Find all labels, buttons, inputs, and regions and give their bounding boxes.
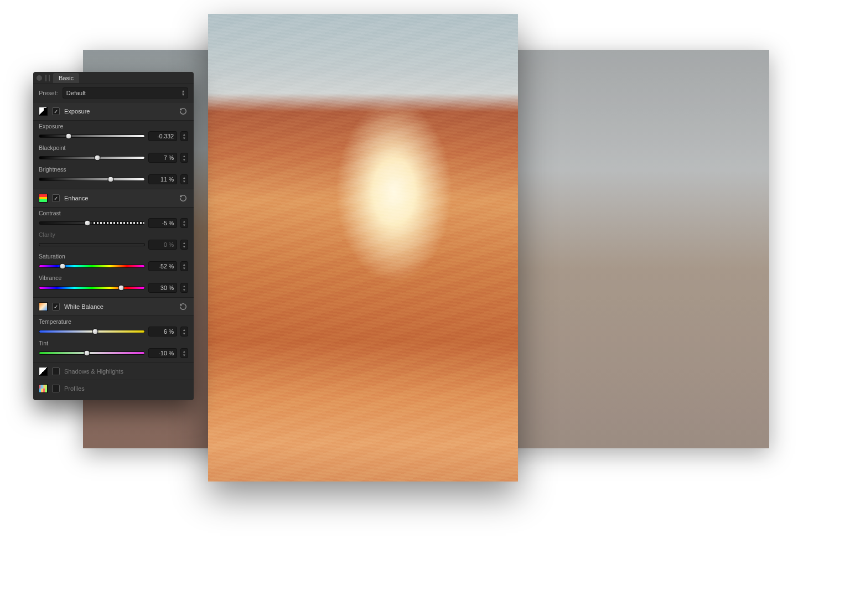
contrast-value[interactable]: -5 % xyxy=(148,218,177,228)
temperature-slider[interactable] xyxy=(39,330,145,333)
shadows-highlights-title: Shadows & Highlights xyxy=(64,368,188,375)
brightness-value[interactable]: 11 % xyxy=(148,174,177,184)
saturation-value[interactable]: -52 % xyxy=(148,261,177,271)
section-shadows-highlights-header[interactable]: Shadows & Highlights xyxy=(33,363,194,380)
tint-slider[interactable] xyxy=(39,351,145,355)
exposure-param-label: Exposure xyxy=(39,123,188,130)
brightness-stepper[interactable] xyxy=(180,174,188,184)
adjustments-panel: Basic Preset: Default Exposure Exposure … xyxy=(33,72,194,400)
temperature-stepper[interactable] xyxy=(180,327,188,337)
blackpoint-slider[interactable] xyxy=(39,156,145,159)
brightness-slider[interactable] xyxy=(39,178,145,181)
white-balance-icon xyxy=(39,302,48,311)
saturation-param-label: Saturation xyxy=(39,253,188,260)
panel-header[interactable]: Basic xyxy=(33,72,194,84)
tab-basic[interactable]: Basic xyxy=(53,73,79,83)
vibrance-param-label: Vibrance xyxy=(39,275,188,281)
preset-value: Default xyxy=(66,90,86,96)
drag-grip-icon[interactable] xyxy=(45,75,50,81)
preset-label: Preset: xyxy=(39,90,58,96)
exposure-slider[interactable] xyxy=(39,134,145,138)
exposure-title: Exposure xyxy=(64,108,174,115)
tint-param-label: Tint xyxy=(39,340,188,346)
whitebalance-title: White Balance xyxy=(64,303,174,310)
shadows-highlights-icon xyxy=(39,367,48,376)
preview-image-center xyxy=(208,14,518,482)
exposure-icon xyxy=(39,107,48,116)
vibrance-value[interactable]: 30 % xyxy=(148,283,177,293)
tint-stepper[interactable] xyxy=(180,348,188,358)
exposure-checkbox[interactable] xyxy=(52,107,60,115)
section-profiles-header[interactable]: Profiles xyxy=(33,380,194,397)
temperature-value[interactable]: 6 % xyxy=(148,327,177,337)
blackpoint-stepper[interactable] xyxy=(180,153,188,163)
blackpoint-value[interactable]: 7 % xyxy=(148,153,177,163)
whitebalance-reset-button[interactable] xyxy=(178,302,188,312)
clarity-slider[interactable] xyxy=(39,243,145,246)
temperature-param-label: Temperature xyxy=(39,318,188,325)
tint-value[interactable]: -10 % xyxy=(148,348,177,358)
contrast-param-label: Contrast xyxy=(39,210,188,216)
exposure-stepper[interactable] xyxy=(180,131,188,141)
saturation-stepper[interactable] xyxy=(180,261,188,271)
clarity-stepper[interactable] xyxy=(180,240,188,250)
blackpoint-param-label: Blackpoint xyxy=(39,144,188,151)
enhance-icon xyxy=(39,194,48,203)
enhance-reset-button[interactable] xyxy=(178,193,188,203)
whitebalance-checkbox[interactable] xyxy=(52,303,60,310)
clarity-value[interactable]: 0 % xyxy=(148,240,177,250)
vibrance-slider[interactable] xyxy=(39,286,145,289)
saturation-slider[interactable] xyxy=(39,265,145,268)
enhance-checkbox[interactable] xyxy=(52,194,60,202)
section-exposure-header[interactable]: Exposure xyxy=(33,102,194,121)
vibrance-stepper[interactable] xyxy=(180,283,188,293)
clarity-param-label: Clarity xyxy=(39,231,188,238)
exposure-value[interactable]: -0.332 xyxy=(148,131,177,141)
preset-select[interactable]: Default xyxy=(63,87,188,99)
contrast-slider[interactable] xyxy=(39,221,145,225)
exposure-reset-button[interactable] xyxy=(178,106,188,116)
brightness-param-label: Brightness xyxy=(39,166,188,173)
section-whitebalance-header[interactable]: White Balance xyxy=(33,297,194,316)
contrast-stepper[interactable] xyxy=(180,218,188,228)
section-enhance-header[interactable]: Enhance xyxy=(33,189,194,208)
profiles-icon xyxy=(39,384,48,393)
dropdown-arrows-icon xyxy=(182,90,184,96)
profiles-checkbox[interactable] xyxy=(52,385,60,392)
profiles-title: Profiles xyxy=(64,385,188,392)
close-icon[interactable] xyxy=(37,75,42,81)
enhance-title: Enhance xyxy=(64,195,174,201)
shadows-highlights-checkbox[interactable] xyxy=(52,367,60,375)
